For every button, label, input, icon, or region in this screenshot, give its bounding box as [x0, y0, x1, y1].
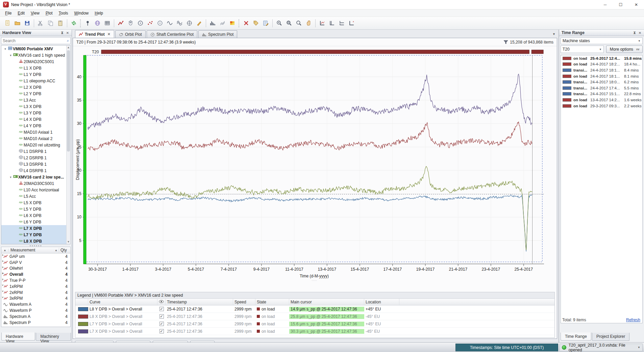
maximize-button[interactable]: ☐ [613, 0, 628, 9]
tab-project-explorer[interactable]: Project Explorer [592, 333, 629, 341]
axis-single-icon[interactable] [318, 19, 327, 28]
paste-icon[interactable] [56, 19, 65, 28]
legend-row[interactable]: L8 Y DPB > Overall > Overall✓25-4-2017 1… [75, 305, 554, 313]
close-tab-icon[interactable]: ✕ [107, 32, 110, 36]
refresh-link[interactable]: Refresh [626, 318, 640, 322]
pin-panel-icon[interactable]: ⊼ [59, 30, 65, 35]
tree-item-l1-dsrpb-1[interactable]: L1 DSRPB 1 [1, 148, 70, 155]
trend-chart[interactable]: T2051015202530354030-3-20171-4-20173-4-2… [73, 46, 557, 282]
close-panel-icon[interactable]: ✕ [637, 30, 643, 35]
speed-column-header[interactable]: Speed [233, 299, 255, 305]
machine-state-row[interactable]: on load25-4-2017 12:4...15.8 mins [561, 55, 642, 61]
open-file-icon[interactable] [13, 19, 22, 28]
visibility-checkbox[interactable]: ✓ [159, 322, 164, 326]
machine-state-row[interactable]: transi...24-4-2017 18:0...6.2 mins [561, 79, 642, 85]
scroll-thumb[interactable] [67, 50, 70, 152]
waterfall-icon[interactable] [218, 19, 227, 28]
state-column-header[interactable]: State [255, 299, 289, 305]
machine-state-row[interactable]: on load29-3-2017 09:3...2.2 weeks [561, 103, 642, 109]
expander-icon[interactable]: ▾ [9, 54, 13, 57]
legend-row[interactable]: L7 X DPB > Overall > Overall✓25-4-2017 1… [75, 328, 554, 335]
sort-asc-icon[interactable]: ▲ [55, 249, 59, 252]
measurement-row-overall[interactable]: sOverall4 [1, 271, 70, 277]
tree-item-l7-x-dpb[interactable]: L7 X DPB [1, 225, 70, 232]
measurement-row-spectrum-p[interactable]: Spectrum P4 [1, 320, 70, 326]
table-icon[interactable] [103, 19, 112, 28]
tree-item-xmv16-card-1-high-speed[interactable]: ▾XMV16 card 1 high speed [1, 52, 70, 58]
measurement-row-waveform-p[interactable]: Waveform P4 [1, 307, 70, 314]
visibility-checkbox[interactable]: ✓ [159, 314, 164, 319]
zoom-region-icon[interactable] [284, 19, 294, 28]
tree-item-l4-y-dpb[interactable]: L4 Y DPB [1, 123, 70, 129]
axis-multi-icon[interactable] [327, 19, 337, 28]
tab-trend-plot[interactable]: Trend Plot✕ [75, 30, 114, 38]
bode-plot-icon[interactable] [185, 19, 194, 28]
orbit-plot-icon[interactable] [136, 19, 145, 28]
circle-plot-icon[interactable] [155, 19, 165, 28]
web-icon[interactable] [93, 19, 102, 28]
tree-item-l4-x-dpb[interactable]: L4 X DPB [1, 116, 70, 123]
tree-item-l2-x-dpb[interactable]: L2 X DPB [1, 84, 70, 90]
sort-icon[interactable]: ▲ [1, 249, 9, 252]
visibility-checkbox[interactable]: ✓ [159, 329, 164, 333]
tree-item-l3-y-dpb[interactable]: L3 Y DPB [1, 110, 70, 116]
machine-state-row[interactable]: transi...24-4-2017 15:1...22.8 mins [561, 91, 642, 97]
cut-icon[interactable] [36, 19, 45, 28]
tree-item-l8-x-dpb[interactable]: L8 X DPB [1, 238, 70, 244]
measurement-column-header[interactable]: Measurement [10, 248, 35, 252]
tree-item-l2-y-dpb[interactable]: L2 Y DPB [1, 90, 70, 97]
menu-edit[interactable]: Edit [15, 10, 28, 16]
tree-item-l5-acc[interactable]: L5 Acc [1, 193, 70, 199]
tree-item-l3-acc[interactable]: L3 Acc [1, 97, 70, 103]
timestamp-column-header[interactable]: Timestamp [166, 299, 233, 305]
scroll-down-icon[interactable]: ▼ [67, 240, 70, 244]
tree-item-l3-x-dpb[interactable]: L3 X DPB [1, 103, 70, 110]
measurement-row-waveform-a[interactable]: Waveform A4 [1, 301, 70, 307]
axis-auto-icon[interactable] [347, 19, 356, 28]
close-button[interactable]: ✕ [628, 0, 644, 9]
multi-waveform-icon[interactable] [175, 19, 184, 28]
minimize-button[interactable]: ─ [597, 0, 613, 9]
tree-item-l10-acc-horizontaal[interactable]: L10 Acc horizontaal [1, 187, 70, 193]
menu-file[interactable]: File [2, 10, 15, 16]
trend-plot-icon[interactable] [116, 19, 125, 28]
menu-help[interactable]: Help [92, 10, 106, 16]
panel-splitter[interactable]: ●●●●●● [0, 244, 72, 247]
tree-item-l6-x-dpb[interactable]: L6 X DPB [1, 212, 70, 219]
tree-item-l3-dsrpb-1[interactable]: L3 DSRPB 1 [1, 161, 70, 167]
machine-state-row[interactable]: transi...24-4-2017 17:4...5.5 mins [561, 85, 642, 91]
tree-item-l5-y-dpb[interactable]: L5 Y DPB [1, 206, 70, 212]
tab-hardware-view[interactable]: Hardware View [1, 332, 35, 341]
tab-list-icon[interactable]: ▼ [552, 32, 555, 36]
search-input[interactable] [3, 38, 67, 43]
aph-plot-icon[interactable] [126, 19, 135, 28]
machine-state-row[interactable]: transi...24-4-2017 18:1...8.4 mins [561, 67, 642, 73]
visibility-checkbox[interactable]: ✓ [159, 307, 164, 311]
tab-time-range[interactable]: Time Range [561, 332, 591, 341]
scroll-up-icon[interactable]: ▲ [67, 46, 70, 50]
measurement-row-1xrpm[interactable]: v1xRPM4 [1, 283, 70, 290]
measurement-row-true-p-p[interactable]: sTrue P-P4 [1, 277, 70, 283]
notes-icon[interactable] [261, 19, 270, 28]
tree-item-xmv16-card-2-low-spe-[interactable]: ▾XMV16 card 2 low spe... [1, 174, 70, 180]
tree-item-mad10-axiaal-2[interactable]: MAD10 Axiaal 2 [1, 135, 70, 142]
scatter-plot-icon[interactable] [146, 19, 155, 28]
tree-item-mad10-axiaal-1[interactable]: MAD10 Axiaal 1 [1, 129, 70, 135]
tag-icon[interactable] [251, 19, 261, 28]
new-file-icon[interactable] [3, 19, 12, 28]
pin-plot-icon[interactable] [83, 19, 92, 28]
measurement-row-3xrpm[interactable]: v3xRPM4 [1, 296, 70, 302]
colormap-icon[interactable] [228, 19, 237, 28]
waveform-icon[interactable] [165, 19, 174, 28]
tree-item-l1-x-dpb[interactable]: L1 X DPB [1, 65, 70, 71]
curve-column-header[interactable]: Curve [88, 299, 157, 305]
location-column-header[interactable]: Location [364, 299, 399, 305]
zoom-in-icon[interactable] [275, 19, 284, 28]
more-options-button[interactable]: More options ∨∨ [606, 46, 643, 53]
menu-window[interactable]: Window [71, 10, 92, 16]
pin-panel-icon[interactable]: ⊼ [632, 30, 637, 35]
tree-item-l1-oliepomp-acc[interactable]: L1 oliepomp ACC [1, 78, 70, 84]
tree-item-l2-dsrpb-1[interactable]: L2 DSRPB 1 [1, 155, 70, 161]
copy-icon[interactable] [46, 19, 55, 28]
axis-stack-icon[interactable] [337, 19, 346, 28]
